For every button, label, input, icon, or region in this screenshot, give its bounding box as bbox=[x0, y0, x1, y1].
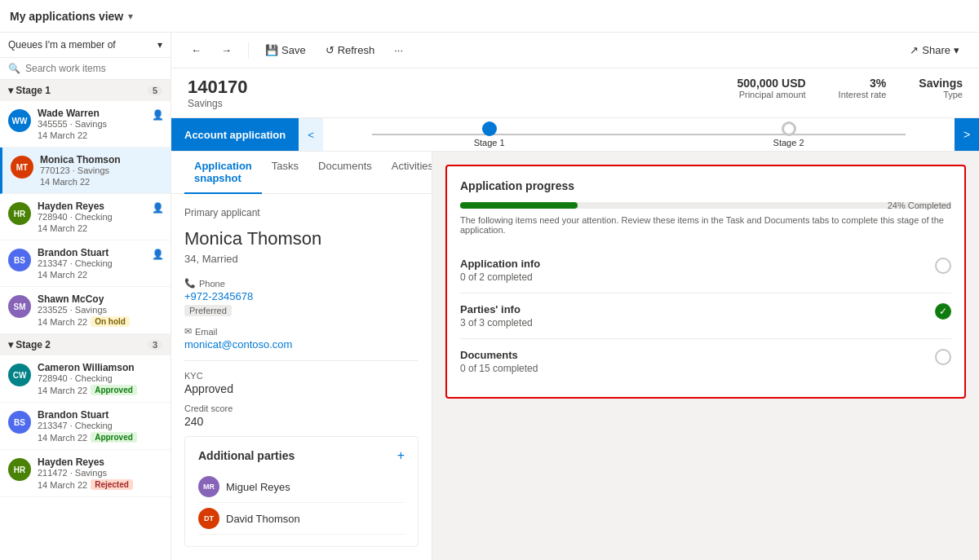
title-chevron[interactable]: ▾ bbox=[128, 11, 133, 22]
item-name: Hayden Reyes bbox=[38, 201, 162, 212]
meta-interest: 3% Interest rate bbox=[839, 77, 887, 99]
phone-value[interactable]: +972-2345678 bbox=[184, 290, 419, 302]
item-name: Cameron Williamson bbox=[38, 362, 162, 373]
progress-bar-fill bbox=[460, 202, 578, 209]
party-name: Miguel Reyes bbox=[226, 481, 290, 493]
list-item[interactable]: WW Wade Warren 345555 · Savings 14 March… bbox=[0, 101, 171, 148]
queue-chevron-icon: ▾ bbox=[157, 39, 162, 51]
tab-tasks[interactable]: Tasks bbox=[262, 152, 308, 194]
share-chevron-icon: ▾ bbox=[954, 44, 959, 56]
progress-item-name: Parties' info bbox=[460, 303, 533, 315]
save-icon: 💾 bbox=[265, 44, 278, 56]
item-date: 14 March 22 bbox=[38, 130, 162, 140]
item-name: Hayden Reyes bbox=[38, 456, 162, 468]
stage2-circle bbox=[782, 121, 796, 136]
party-row: DT David Thomson bbox=[198, 503, 405, 535]
principal-label: Principal amount bbox=[738, 90, 806, 99]
content-area: Application snapshot Tasks Documents Act… bbox=[171, 152, 979, 560]
progress-item-name: Documents bbox=[460, 349, 538, 361]
tab-application-snapshot[interactable]: Application snapshot bbox=[184, 152, 262, 194]
save-button[interactable]: 💾 Save bbox=[259, 41, 312, 60]
app-title: My applications view bbox=[10, 10, 123, 23]
user-icon: 👤 bbox=[152, 202, 164, 214]
queue-selector-label: Queues I'm a member of bbox=[8, 39, 116, 51]
stage2-collapse-icon[interactable]: ▾ bbox=[8, 339, 13, 351]
check-circle-incomplete bbox=[935, 349, 951, 365]
list-item[interactable]: HR Hayden Reyes 728940 · Checking 14 Mar… bbox=[0, 194, 171, 240]
process-next-button[interactable]: > bbox=[955, 118, 979, 151]
party-avatar: MR bbox=[198, 476, 219, 497]
share-icon: ↗ bbox=[910, 44, 919, 56]
progress-item-name: Application info bbox=[460, 258, 540, 270]
sidebar: Queues I'm a member of ▾ 🔍 ▾ Stage 1 5 W… bbox=[0, 33, 171, 560]
progress-item-sub: 0 of 2 completed bbox=[460, 271, 540, 283]
phone-label: 📞 Phone bbox=[184, 278, 419, 289]
queue-selector[interactable]: Queues I'm a member of ▾ bbox=[0, 33, 171, 58]
progress-item-app-info: Application info 0 of 2 completed bbox=[460, 248, 951, 293]
process-back-icon: < bbox=[308, 129, 314, 141]
avatar: SM bbox=[8, 295, 31, 318]
more-button[interactable]: ··· bbox=[388, 41, 410, 60]
list-item[interactable]: BS Brandon Stuart 213347 · Checking 14 M… bbox=[0, 403, 171, 450]
meta-principal: 500,000 USD Principal amount bbox=[738, 77, 806, 99]
main-layout: Queues I'm a member of ▾ 🔍 ▾ Stage 1 5 W… bbox=[0, 33, 979, 560]
savings-type-label: Type bbox=[919, 90, 963, 99]
list-item[interactable]: SM Shawn McCoy 233525 · Savings 14 March… bbox=[0, 287, 171, 334]
progress-item-docs: Documents 0 of 15 completed bbox=[460, 339, 951, 384]
phone-row: 📞 Phone +972-2345678 Preferred bbox=[184, 278, 419, 316]
applicant-name: Monica Thomson bbox=[184, 228, 419, 249]
credit-score-value: 240 bbox=[184, 415, 419, 428]
tab-documents[interactable]: Documents bbox=[308, 152, 382, 194]
avatar: WW bbox=[8, 109, 31, 132]
stage2-badge: 3 bbox=[148, 340, 162, 350]
active-process-step[interactable]: Account application bbox=[171, 118, 299, 151]
search-icon: 🔍 bbox=[8, 63, 20, 74]
top-bar: My applications view ▾ bbox=[0, 0, 979, 33]
stage2-node-label: Stage 2 bbox=[773, 138, 804, 148]
list-item[interactable]: BS Brandon Stuart 213347 · Checking 14 M… bbox=[0, 240, 171, 287]
additional-parties-header: Additional parties + bbox=[198, 448, 405, 463]
party-row: MR Miguel Reyes bbox=[198, 471, 405, 503]
forward-button[interactable]: → bbox=[215, 41, 238, 60]
toolbar-separator bbox=[248, 42, 249, 59]
list-item[interactable]: HR Hayden Reyes 211472 · Savings 14 Marc… bbox=[0, 450, 171, 497]
item-date: 14 March 22 bbox=[38, 223, 162, 233]
progress-note: The following items need your attention.… bbox=[460, 215, 951, 235]
list-item[interactable]: MT Monica Thomson 770123 · Savings 14 Ma… bbox=[0, 148, 171, 194]
additional-parties-title: Additional parties bbox=[198, 449, 295, 462]
status-badge: Approved bbox=[91, 385, 137, 395]
check-circle-incomplete bbox=[935, 258, 951, 274]
divider bbox=[184, 360, 419, 361]
savings-type-value: Savings bbox=[919, 77, 963, 90]
item-name: Brandon Stuart bbox=[38, 247, 162, 258]
item-sub: 213347 · Checking bbox=[38, 258, 162, 268]
process-back-button[interactable]: < bbox=[299, 118, 323, 151]
credit-score-label: Credit score bbox=[184, 403, 419, 413]
add-party-button[interactable]: + bbox=[397, 448, 405, 463]
email-icon: ✉ bbox=[184, 326, 192, 337]
forward-icon: → bbox=[221, 44, 232, 56]
user-icon: 👤 bbox=[152, 249, 164, 260]
refresh-button[interactable]: ↺ Refresh bbox=[319, 41, 382, 60]
avatar: BS bbox=[8, 411, 31, 434]
share-button[interactable]: ↗ Share ▾ bbox=[903, 41, 966, 60]
back-button[interactable]: ← bbox=[184, 41, 208, 60]
stage1-collapse-icon[interactable]: ▾ bbox=[8, 85, 13, 96]
record-type: Savings bbox=[188, 98, 247, 109]
item-name: Wade Warren bbox=[38, 108, 162, 119]
email-value[interactable]: monicat@contoso.com bbox=[184, 338, 419, 351]
kyc-label: KYC bbox=[184, 371, 419, 381]
phone-icon: 📞 bbox=[184, 278, 196, 289]
stage2-node: Stage 2 bbox=[773, 121, 804, 148]
tab-activities[interactable]: Activities bbox=[382, 152, 432, 194]
status-badge: Approved bbox=[91, 432, 137, 443]
avatar: HR bbox=[8, 458, 31, 481]
right-panel: Application progress 24% Completed The f… bbox=[432, 152, 979, 560]
main-panel: ← → 💾 Save ↺ Refresh ··· ↗ Share ▾ bbox=[171, 33, 979, 560]
list-item[interactable]: CW Cameron Williamson 728940 · Checking … bbox=[0, 355, 171, 403]
search-input[interactable] bbox=[25, 63, 162, 74]
progress-item-sub: 3 of 3 completed bbox=[460, 317, 533, 329]
item-sub: 345555 · Savings bbox=[38, 119, 162, 129]
record-header: 140170 Savings 500,000 USD Principal amo… bbox=[171, 68, 979, 118]
record-id-section: 140170 Savings bbox=[188, 77, 247, 109]
